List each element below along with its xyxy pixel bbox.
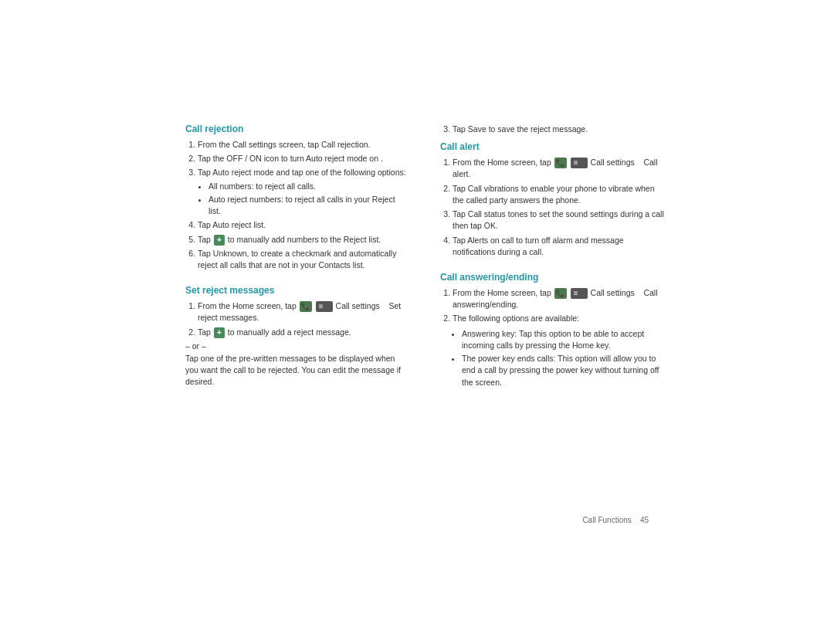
phone-icon: [300, 301, 312, 312]
plus-icon: +: [214, 327, 225, 338]
left-column: Call rejection From the Call settings sc…: [185, 124, 409, 402]
list-item: Tap Auto reject mode and tap one of the …: [198, 167, 409, 217]
list-item: Tap Call vibrations to enable your phone…: [453, 183, 664, 206]
list-item: Tap Alerts on call to turn off alarm and…: [453, 235, 664, 258]
or-separator: – or –: [185, 341, 409, 351]
page-content: Call rejection From the Call settings sc…: [185, 124, 664, 402]
call-rejection-title: Call rejection: [185, 124, 409, 134]
sub-bullet-list: All numbers: to reject all calls. Auto r…: [198, 181, 409, 218]
two-column-layout: Call rejection From the Call settings sc…: [185, 124, 664, 402]
phone-icon: [554, 288, 567, 299]
list-item: Tap + to manually add a reject message.: [198, 327, 409, 338]
answering-options-list: Answering key: Tap this option to be abl…: [451, 328, 664, 388]
page-number: 45: [640, 516, 649, 524]
footer-text: Call Functions: [582, 516, 631, 524]
page-footer: Call Functions 45: [582, 516, 649, 524]
list-item: Tap + to manually add numbers to the Rej…: [198, 234, 409, 246]
list-item: The following options are available:: [453, 313, 664, 324]
tap-paragraph: Tap one of the pre-written messages to b…: [185, 353, 409, 388]
phone-icon: [554, 158, 567, 168]
call-rejection-list: From the Call settings screen, tap Call …: [185, 139, 409, 271]
call-answering-section: Call answering/ending From the Home scre…: [440, 272, 664, 388]
call-answering-title: Call answering/ending: [440, 272, 664, 283]
list-item: Tap Auto reject list.: [198, 219, 409, 231]
list-item: Tap the OFF / ON icon to turn Auto rejec…: [198, 153, 409, 164]
list-item: From the Home screen, tap Call settings …: [453, 287, 664, 310]
menu-icon: [571, 158, 588, 168]
set-reject-messages-title: Set reject messages: [185, 285, 409, 296]
set-reject-list: From the Home screen, tap Call settings …: [185, 300, 409, 338]
list-item: The power key ends calls: This option wi…: [462, 353, 664, 388]
call-alert-title: Call alert: [440, 141, 664, 152]
list-item: Auto reject numbers: to reject all calls…: [208, 194, 409, 217]
set-reject-messages-section: Set reject messages From the Home screen…: [185, 285, 409, 388]
list-item: Tap Call status tones to set the sound s…: [453, 208, 664, 232]
list-item: From the Call settings screen, tap Call …: [198, 139, 409, 151]
list-item: Tap Unknown, to create a checkmark and a…: [198, 248, 409, 271]
call-alert-list: From the Home screen, tap Call settings …: [440, 157, 664, 258]
call-alert-section: Call alert From the Home screen, tap Cal…: [440, 141, 664, 258]
call-rejection-extra-list: Tap Save to save the reject message.: [440, 124, 664, 135]
call-answering-list: From the Home screen, tap Call settings …: [440, 287, 664, 325]
list-item: Answering key: Tap this option to be abl…: [462, 328, 664, 351]
list-item: Tap Save to save the reject message.: [453, 124, 664, 135]
list-item: From the Home screen, tap Call settings …: [198, 300, 409, 324]
list-item: From the Home screen, tap Call settings …: [453, 157, 664, 180]
menu-icon: [571, 288, 588, 299]
list-item: All numbers: to reject all calls.: [208, 181, 409, 192]
menu-icon: [316, 301, 333, 312]
plus-icon: +: [214, 235, 225, 246]
call-rejection-section: Call rejection From the Call settings sc…: [185, 124, 409, 271]
right-column: Tap Save to save the reject message. Cal…: [440, 124, 664, 402]
